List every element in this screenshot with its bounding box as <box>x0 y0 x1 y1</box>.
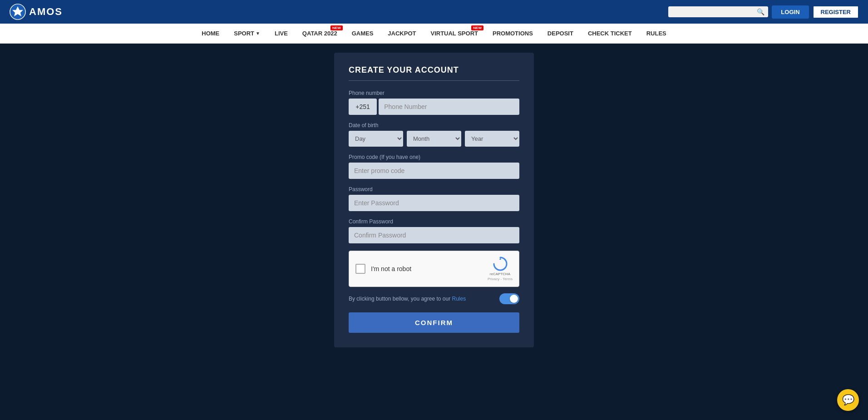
main-content: CREATE YOUR ACCOUNT Phone number +251 Da… <box>0 44 868 420</box>
form-divider <box>349 80 519 81</box>
navigation: HOME SPORT ▼ LIVE NEW QATAR 2022 GAMES J… <box>0 24 868 44</box>
password-input[interactable] <box>349 195 519 211</box>
recaptcha-privacy: Privacy - Terms <box>488 277 513 281</box>
phone-group: Phone number +251 <box>349 90 519 115</box>
search-box[interactable]: 🔍 <box>668 6 768 17</box>
promo-group: Promo code (If you have one) <box>349 154 519 179</box>
agree-toggle[interactable] <box>499 293 519 304</box>
chat-icon: 💬 <box>842 394 854 406</box>
confirm-button[interactable]: CONFIRM <box>349 312 519 333</box>
terms-text: By clicking button bellow, you agree to … <box>349 296 466 302</box>
nav-item-promotions[interactable]: PROMOTIONS <box>485 24 540 44</box>
confirm-password-group: Confirm Password <box>349 218 519 243</box>
search-input[interactable] <box>672 9 757 15</box>
nav-item-qatar2022[interactable]: NEW QATAR 2022 <box>295 24 345 44</box>
recaptcha-icon <box>493 257 508 271</box>
logo: AMOS <box>9 3 63 20</box>
phone-number-input[interactable] <box>379 99 519 115</box>
nav-item-live[interactable]: LIVE <box>267 24 295 44</box>
nav-item-rules[interactable]: RULES <box>639 24 674 44</box>
nav-item-jackpot[interactable]: JACKPOT <box>380 24 423 44</box>
dob-group: Date of birth Day12345678910111213141516… <box>349 122 519 147</box>
chat-bubble[interactable]: 💬 <box>837 389 859 411</box>
password-group: Password <box>349 186 519 211</box>
new-badge-qatar: NEW <box>330 25 343 30</box>
dob-label: Date of birth <box>349 122 519 128</box>
promo-code-input[interactable] <box>349 163 519 179</box>
recaptcha-checkbox[interactable] <box>355 264 365 274</box>
day-select[interactable]: Day1234567891011121314151617181920212223… <box>349 131 403 147</box>
logo-icon <box>9 3 26 20</box>
phone-code-selector[interactable]: +251 <box>349 99 377 115</box>
nav-item-home[interactable]: HOME <box>194 24 227 44</box>
new-badge-virtual: NEW <box>471 25 483 30</box>
phone-label: Phone number <box>349 90 519 96</box>
recaptcha-logo: reCAPTCHA Privacy - Terms <box>488 257 513 281</box>
rules-link[interactable]: Rules <box>452 296 466 302</box>
recaptcha-label: I'm not a robot <box>371 265 411 272</box>
nav-item-sport[interactable]: SPORT ▼ <box>227 24 267 44</box>
year-select[interactable]: Year202620252024202320222021202020192018… <box>465 131 519 147</box>
nav-item-check-ticket[interactable]: CHECK TICKET <box>581 24 639 44</box>
recaptcha-brand: reCAPTCHA <box>490 272 510 276</box>
register-button[interactable]: REGISTER <box>813 5 859 19</box>
recaptcha-box: I'm not a robot reCAPTCHA Privacy - Term… <box>349 251 519 287</box>
month-select[interactable]: MonthJanuaryFebruaryMarchAprilMayJuneJul… <box>407 131 461 147</box>
phone-row: +251 <box>349 99 519 115</box>
password-label: Password <box>349 186 519 193</box>
promo-label: Promo code (If you have one) <box>349 154 519 160</box>
registration-form: CREATE YOUR ACCOUNT Phone number +251 Da… <box>334 53 534 347</box>
toggle-thumb <box>510 295 518 303</box>
logo-text: AMOS <box>29 6 63 18</box>
confirm-password-label: Confirm Password <box>349 218 519 225</box>
nav-item-virtual-sport[interactable]: NEW VIRTUAL SPORT <box>423 24 485 44</box>
header-right: 🔍 LOGIN REGISTER <box>668 5 859 19</box>
dob-row: Day1234567891011121314151617181920212223… <box>349 131 519 147</box>
search-icon: 🔍 <box>757 8 764 15</box>
nav-item-deposit[interactable]: DEPOSIT <box>540 24 581 44</box>
terms-row: By clicking button bellow, you agree to … <box>349 293 519 304</box>
recaptcha-left: I'm not a robot <box>355 264 411 274</box>
header: AMOS 🔍 LOGIN REGISTER <box>0 0 868 24</box>
confirm-password-input[interactable] <box>349 227 519 243</box>
nav-item-games[interactable]: GAMES <box>345 24 381 44</box>
form-title: CREATE YOUR ACCOUNT <box>349 65 519 75</box>
chevron-down-icon: ▼ <box>256 31 260 36</box>
login-button[interactable]: LOGIN <box>772 5 809 19</box>
